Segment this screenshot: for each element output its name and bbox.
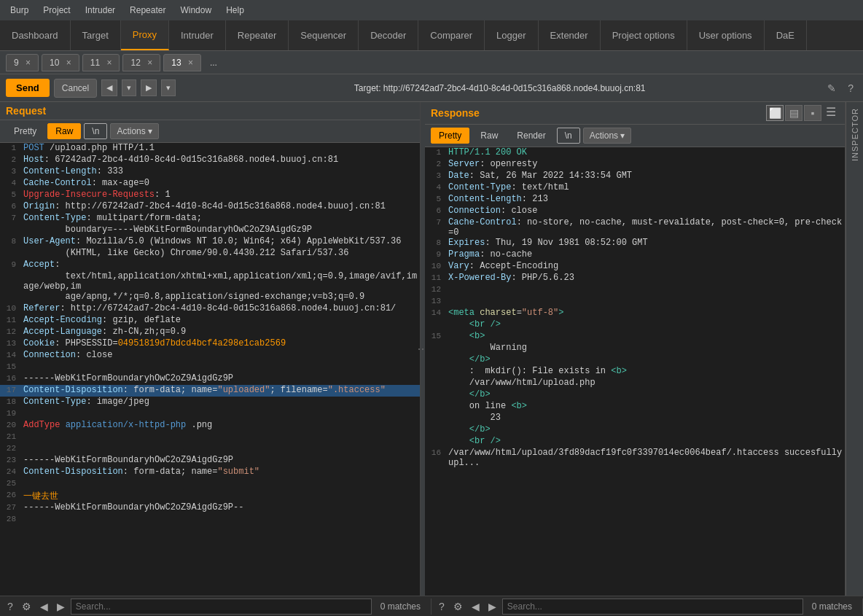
code-line-4: 4 Cache-Control: max-age=0 <box>0 178 420 190</box>
menu-window[interactable]: Window <box>173 2 219 18</box>
menu-help[interactable]: Help <box>219 2 251 18</box>
request-title: Request <box>6 105 46 117</box>
req-tab-10[interactable]: 10 × <box>42 54 79 71</box>
resp-line-14a: 14 <meta charset="utf-8"> <box>425 308 845 319</box>
send-button[interactable]: Send <box>6 79 50 97</box>
tab-extender[interactable]: Extender <box>539 20 601 50</box>
request-help-icon[interactable]: ? <box>4 599 16 614</box>
response-tab-pretty[interactable]: Pretty <box>431 128 469 144</box>
tab-sequencer[interactable]: Sequencer <box>289 20 359 50</box>
bottom-bar: ? ⚙ ◀ ▶ 0 matches ? ⚙ ◀ ▶ 0 matches <box>0 596 863 616</box>
code-line-7b: boundary=----WebKitFormBoundaryhOwC2oZ9A… <box>0 225 420 236</box>
tab-user-options[interactable]: User options <box>687 20 765 50</box>
request-settings-icon[interactable]: ⚙ <box>19 599 34 614</box>
request-tab-raw[interactable]: Raw <box>47 123 81 139</box>
resp-line-15a: 15 <b> <box>425 331 845 343</box>
prev-dropdown[interactable]: ▾ <box>122 79 136 96</box>
menu-burp[interactable]: Burp <box>3 2 36 18</box>
request-search-input[interactable] <box>71 599 372 615</box>
code-line-20: 20 AddType application/x-httpd-php .png <box>0 420 420 432</box>
tab-project-options[interactable]: Project options <box>601 20 687 50</box>
resp-line-4: 4 Content-Type: text/html <box>425 182 845 194</box>
request-next-match-icon[interactable]: ▶ <box>54 599 68 614</box>
code-line-15: 15 <box>0 362 420 373</box>
response-tab-n[interactable]: \n <box>557 128 580 144</box>
req-tab-13[interactable]: 13 × <box>163 54 201 71</box>
resp-line-15e: /var/www/html/upload.php <box>425 378 845 389</box>
resp-line-12: 12 <box>425 284 845 296</box>
response-settings-icon[interactable]: ⚙ <box>450 599 466 614</box>
response-actions-button[interactable]: Actions ▾ <box>583 128 631 144</box>
request-panel: Request Pretty Raw \n Actions ▾ 1 POST /… <box>0 102 421 596</box>
code-line-25: 25 <box>0 478 420 490</box>
request-code-area[interactable]: 1 POST /upload.php HTTP/1.1 2 Host: 6724… <box>0 143 420 596</box>
response-tab-render[interactable]: Render <box>509 128 553 144</box>
code-line-27: 27 ------WebKitFormBoundaryhOwC2oZ9AigdG… <box>0 502 420 514</box>
tab-dashboard[interactable]: Dashboard <box>0 20 71 50</box>
close-tab-9[interactable]: × <box>26 58 31 68</box>
view-split-button[interactable]: ⬜ <box>766 105 784 121</box>
resp-line-16: 16 /var/www/html/upload/3fd89dacf19fc0f3… <box>425 448 845 468</box>
resp-line-15f: </b> <box>425 389 845 401</box>
response-search-input[interactable] <box>502 599 803 615</box>
help-icon[interactable]: ? <box>844 81 857 95</box>
request-subtabs: Pretty Raw \n Actions ▾ <box>0 120 420 143</box>
more-tabs[interactable]: ... <box>204 55 223 71</box>
resp-line-14b: <br /> <box>425 319 845 331</box>
cancel-button[interactable]: Cancel <box>54 79 97 98</box>
menu-repeater[interactable]: Repeater <box>122 2 173 18</box>
request-tabs-row: 9 × 10 × 11 × 12 × 13 × ... <box>0 51 863 74</box>
request-prev-match-icon[interactable]: ◀ <box>37 599 51 614</box>
resp-line-2: 2 Server: openresty <box>425 159 845 171</box>
menu-project[interactable]: Project <box>36 2 77 18</box>
response-help-icon[interactable]: ? <box>436 599 448 614</box>
response-prev-match-icon[interactable]: ◀ <box>469 599 483 614</box>
req-tab-9[interactable]: 9 × <box>6 54 39 71</box>
code-line-21: 21 <box>0 432 420 443</box>
request-actions-button[interactable]: Actions ▾ <box>110 123 158 139</box>
tab-logger[interactable]: Logger <box>485 20 538 50</box>
resp-line-15h: 23 <box>425 413 845 424</box>
response-panel-header: Response ⬜ ▤ ▪ ☰ <box>425 102 845 125</box>
next-button[interactable]: ▶ <box>141 79 157 96</box>
close-tab-10[interactable]: × <box>66 58 71 68</box>
code-line-6: 6 Origin: http://67242ad7-2bc4-4d10-8c4d… <box>0 201 420 213</box>
code-line-1: 1 POST /upload.php HTTP/1.1 <box>0 143 420 155</box>
close-tab-11[interactable]: × <box>106 58 112 68</box>
prev-button[interactable]: ◀ <box>101 79 117 96</box>
tab-target[interactable]: Target <box>71 20 121 50</box>
code-line-14: 14 Connection: close <box>0 350 420 362</box>
resp-line-11: 11 X-Powered-By: PHP/5.6.23 <box>425 273 845 284</box>
edit-target-icon[interactable]: ✎ <box>824 81 840 95</box>
tab-intruder[interactable]: Intruder <box>169 20 226 50</box>
tab-decoder[interactable]: Decoder <box>359 20 418 50</box>
response-code-area[interactable]: 1 HTTP/1.1 200 OK 2 Server: openresty 3 … <box>425 147 845 596</box>
close-tab-12[interactable]: × <box>147 58 152 68</box>
nav-tabs: Dashboard Target Proxy Intruder Repeater… <box>0 20 863 51</box>
menu-intruder[interactable]: Intruder <box>78 2 122 18</box>
resp-line-15d: : mkdir(): File exists in <b> <box>425 366 845 378</box>
req-tab-12[interactable]: 12 × <box>122 54 160 71</box>
close-tab-13[interactable]: × <box>188 58 193 68</box>
code-line-18: 18 Content-Type: image/jpeg <box>0 397 420 408</box>
code-line-10: 10 Referer: http://67242ad7-2bc4-4d10-8c… <box>0 303 420 315</box>
request-tab-pretty[interactable]: Pretty <box>6 123 44 139</box>
response-tab-raw[interactable]: Raw <box>472 128 506 144</box>
request-tab-n[interactable]: \n <box>84 123 107 139</box>
tab-repeater[interactable]: Repeater <box>226 20 289 50</box>
req-tab-11[interactable]: 11 × <box>82 54 120 71</box>
next-dropdown[interactable]: ▾ <box>161 79 176 96</box>
code-line-9b: text/html,application/xhtml+xml,applicat… <box>0 271 420 292</box>
panel-menu-icon[interactable]: ☰ <box>823 105 839 121</box>
view-single-button[interactable]: ▪ <box>804 105 821 121</box>
code-line-2: 2 Host: 67242ad7-2bc4-4d10-8c4d-0d15c316… <box>0 155 420 166</box>
code-line-9: 9 Accept: <box>0 260 420 271</box>
tab-proxy[interactable]: Proxy <box>121 20 169 50</box>
view-horizontal-button[interactable]: ▤ <box>785 105 803 121</box>
resp-line-10: 10 Vary: Accept-Encoding <box>425 261 845 273</box>
code-line-26: 26 一键去世 <box>0 490 420 502</box>
response-next-match-icon[interactable]: ▶ <box>485 599 499 614</box>
tab-dae[interactable]: DaE <box>765 20 807 50</box>
tab-comparer[interactable]: Comparer <box>418 20 485 50</box>
code-line-22: 22 <box>0 443 420 455</box>
